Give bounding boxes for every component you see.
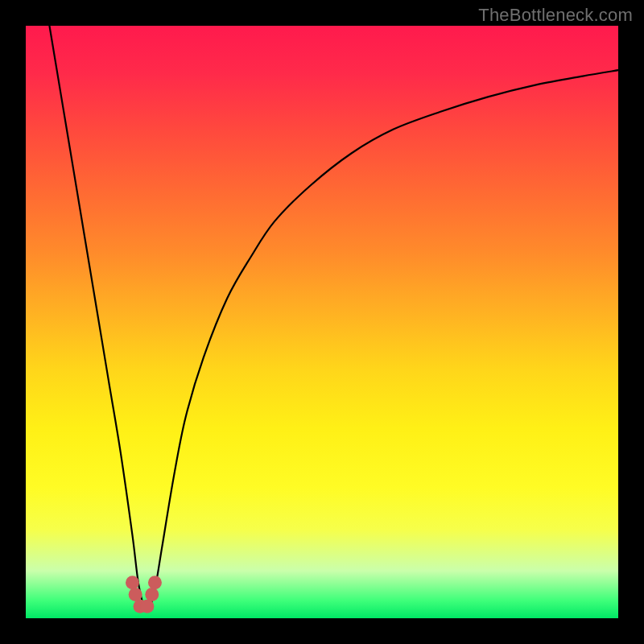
chart-plot-area [26, 26, 618, 618]
min-dot [129, 588, 142, 601]
min-dot [148, 576, 162, 589]
watermark-text: TheBottleneck.com [478, 5, 633, 26]
min-dot [126, 576, 139, 589]
bottleneck-curve [49, 26, 618, 609]
bottleneck-min-cluster [126, 576, 162, 613]
min-dot [140, 600, 154, 613]
min-dot [145, 588, 159, 601]
chart-frame: TheBottleneck.com [0, 0, 644, 644]
chart-svg [26, 26, 618, 618]
